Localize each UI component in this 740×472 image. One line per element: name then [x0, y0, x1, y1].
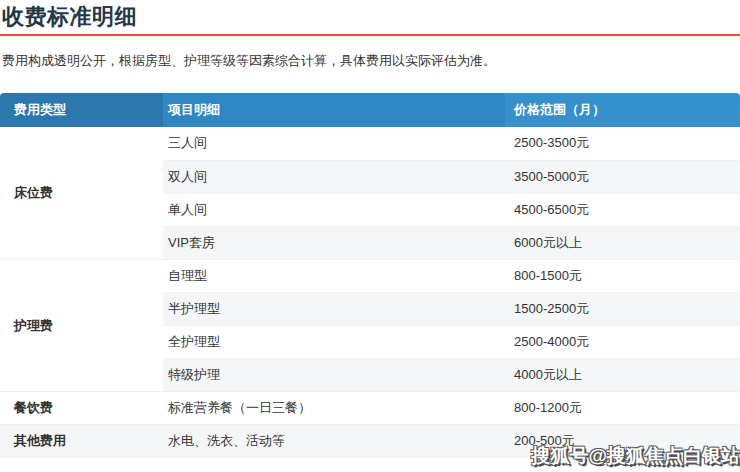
price-range-cell: 1500-2500元 — [505, 292, 740, 325]
item-name-cell: 特级护理 — [163, 359, 505, 392]
item-name-cell: 单人间 — [163, 193, 505, 226]
table-row: 护理费自理型800-1500元 — [0, 259, 740, 292]
fee-table: 费用类型 项目明细 价格范围（月） 床位费三人间2500-3500元双人间350… — [0, 93, 740, 458]
price-range-cell: 6000元以上 — [505, 226, 740, 259]
item-name-cell: 双人间 — [163, 160, 505, 193]
fee-category-cell: 其他费用 — [0, 425, 163, 458]
table-row: 餐饮费标准营养餐（一日三餐）800-1200元 — [0, 392, 740, 425]
col-header-price-range: 价格范围（月） — [505, 93, 740, 127]
price-range-cell: 800-1500元 — [505, 259, 740, 292]
col-header-item-detail: 项目明细 — [163, 93, 505, 127]
item-name-cell: 全护理型 — [163, 326, 505, 359]
fee-category-cell: 餐饮费 — [0, 392, 163, 425]
title-divider — [0, 34, 740, 36]
fee-category-cell: 护理费 — [0, 259, 163, 391]
fee-standard-section: 收费标准明细 费用构成透明公开，根据房型、护理等级等因素综合计算，具体费用以实际… — [0, 2, 740, 472]
item-name-cell: 半护理型 — [163, 292, 505, 325]
item-name-cell: 标准营养餐（一日三餐） — [163, 392, 505, 425]
price-range-cell: 200-500元 — [505, 425, 740, 458]
table-row: 其他费用水电、洗衣、活动等200-500元 — [0, 425, 740, 458]
table-header-row: 费用类型 项目明细 价格范围（月） — [0, 93, 740, 127]
price-range-cell: 2500-4000元 — [505, 326, 740, 359]
price-range-cell: 4500-6500元 — [505, 193, 740, 226]
item-name-cell: 自理型 — [163, 259, 505, 292]
item-name-cell: VIP套房 — [163, 226, 505, 259]
price-range-cell: 800-1200元 — [505, 392, 740, 425]
table-row: 床位费三人间2500-3500元 — [0, 127, 740, 160]
fee-category-cell: 床位费 — [0, 127, 163, 259]
col-header-fee-type: 费用类型 — [0, 93, 163, 127]
item-name-cell: 三人间 — [163, 127, 505, 160]
price-range-cell: 2500-3500元 — [505, 127, 740, 160]
item-name-cell: 水电、洗衣、活动等 — [163, 425, 505, 458]
page-title: 收费标准明细 — [2, 2, 740, 31]
page-subtitle: 费用构成透明公开，根据房型、护理等级等因素综合计算，具体费用以实际评估为准。 — [2, 53, 740, 69]
price-range-cell: 4000元以上 — [505, 359, 740, 392]
price-range-cell: 3500-5000元 — [505, 160, 740, 193]
